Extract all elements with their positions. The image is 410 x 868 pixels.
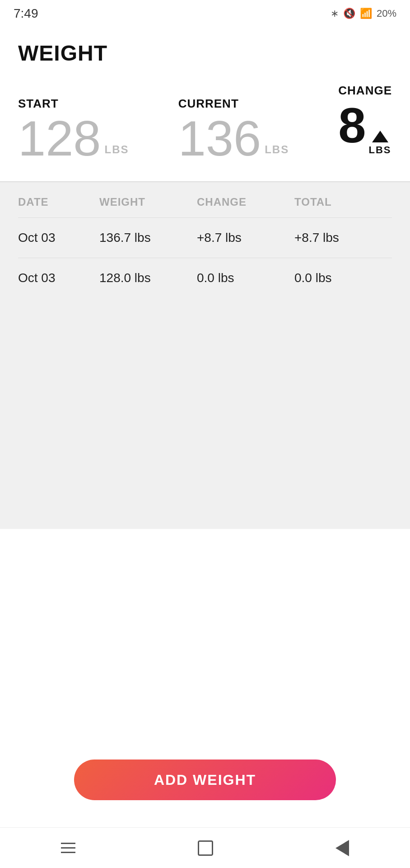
home-icon[interactable] [198, 840, 213, 856]
status-time: 7:49 [14, 6, 38, 21]
cell-date-1: Oct 03 [18, 231, 99, 245]
volume-icon: 🔇 [343, 8, 355, 19]
change-value-row: 8 LBS [338, 100, 392, 163]
cell-total-1: +8.7 lbs [294, 231, 392, 245]
table-header-row: DATE WEIGHT CHANGE TOTAL [18, 182, 392, 217]
menu-icon[interactable] [61, 843, 75, 853]
cell-weight-1: 136.7 lbs [99, 231, 197, 245]
status-bar: 7:49 ∗ 🔇 📶 20% [0, 0, 410, 27]
change-value: 8 [338, 100, 366, 150]
cell-total-2: 0.0 lbs [294, 271, 392, 285]
page-header: WEIGHT [0, 27, 410, 75]
navigation-bar [0, 827, 410, 868]
start-stat: START 128 LBS [18, 97, 129, 163]
start-label: START [18, 97, 129, 111]
col-header-date: DATE [18, 196, 99, 208]
back-icon[interactable] [335, 840, 349, 856]
current-label: CURRENT [178, 97, 289, 111]
col-header-total: TOTAL [294, 196, 392, 208]
add-weight-button[interactable]: ADD WEIGHT [74, 760, 336, 800]
table-row[interactable]: Oct 03 128.0 lbs 0.0 lbs 0.0 lbs [18, 258, 392, 298]
menu-line-3 [61, 852, 75, 853]
page-title: WEIGHT [18, 41, 107, 65]
current-stat: CURRENT 136 LBS [178, 97, 289, 163]
battery-text: 20% [377, 8, 396, 19]
current-unit: LBS [265, 143, 289, 163]
start-unit: LBS [105, 143, 129, 163]
current-value-row: 136 LBS [178, 113, 289, 163]
col-header-change: CHANGE [197, 196, 294, 208]
change-label: CHANGE [338, 84, 392, 98]
up-arrow-icon [372, 131, 388, 142]
wifi-icon: 📶 [360, 8, 372, 19]
cell-change-1: +8.7 lbs [197, 231, 294, 245]
change-arrow-unit: LBS [369, 131, 391, 163]
start-value-row: 128 LBS [18, 113, 129, 163]
menu-line-1 [61, 843, 75, 844]
stats-section: START 128 LBS CURRENT 136 LBS CHANGE 8 L… [0, 75, 410, 181]
table-row[interactable]: Oct 03 136.7 lbs +8.7 lbs +8.7 lbs [18, 217, 392, 258]
weight-table: DATE WEIGHT CHANGE TOTAL Oct 03 136.7 lb… [0, 182, 410, 529]
status-icons: ∗ 🔇 📶 20% [331, 8, 396, 19]
col-header-weight: WEIGHT [99, 196, 197, 208]
cell-date-2: Oct 03 [18, 271, 99, 285]
change-stat: CHANGE 8 LBS [338, 84, 392, 163]
cell-weight-2: 128.0 lbs [99, 271, 197, 285]
start-value: 128 [18, 113, 101, 163]
menu-line-2 [61, 847, 75, 849]
current-value: 136 [178, 113, 261, 163]
bluetooth-icon: ∗ [331, 8, 339, 19]
change-unit: LBS [369, 144, 391, 156]
cell-change-2: 0.0 lbs [197, 271, 294, 285]
